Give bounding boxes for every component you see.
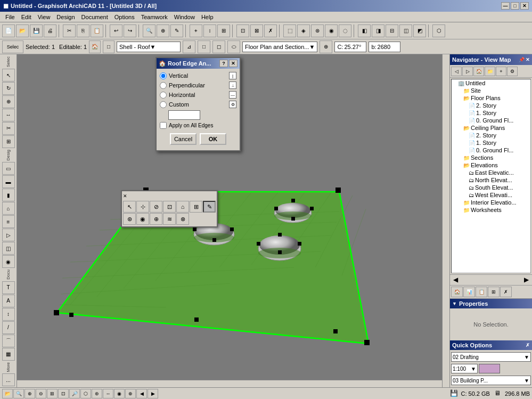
tree-sections[interactable]: 📁 Sections [452,154,530,161]
tool18[interactable]: ◩ [413,25,426,37]
tree-elevations[interactable]: 📂 Elevations [452,161,530,169]
status-btn13[interactable]: ◀ [136,389,147,398]
select-mode-btn[interactable]: Selec [2,40,23,53]
nav-icon-3[interactable]: 📋 [476,287,487,297]
maximize-button[interactable]: □ [511,2,519,10]
tree-ceil-ground[interactable]: 📄 0. Ground Fl... [452,146,530,154]
float-btn-11[interactable]: ≋ [163,213,176,225]
canvas-area[interactable]: 🏠 Roof Edge An... ? ✕ Vertical | Perpend… [17,54,449,387]
tree-site[interactable]: 📁 Site [452,87,530,94]
element-btn5[interactable]: ⬭ [227,40,240,53]
tool4[interactable]: ↕ [203,25,216,37]
status-btn14[interactable]: ▶ [148,389,158,398]
menu-teamwork[interactable]: Teamwork [138,13,171,21]
nav-folder-btn[interactable]: 📁 [485,67,495,76]
menu-edit[interactable]: Edit [18,13,35,21]
nav-icon-4[interactable]: ⊞ [488,287,500,297]
float-btn-7-active[interactable]: ✎ [203,201,216,213]
nav-home-btn[interactable]: 🏠 [473,67,484,76]
radio-perpendicular[interactable] [160,82,167,89]
radio-vertical[interactable] [160,72,167,79]
tree-elev-south[interactable]: 🗂 South Elevat... [452,184,530,191]
navigator-close-btn[interactable]: ✕ [526,57,530,62]
status-btn3[interactable]: ⊕ [24,389,35,398]
menu-document[interactable]: Document [78,13,111,21]
menu-help[interactable]: Help [198,13,217,21]
tool7[interactable]: ⊠ [250,25,263,37]
status-btn5[interactable]: ⊞ [47,389,58,398]
tree-floor-1story[interactable]: 📄 1. Story [452,109,530,117]
stair-tool[interactable]: ≡ [2,215,15,228]
label-tool[interactable]: A [2,295,15,307]
fill-tool[interactable]: ▦ [2,348,15,361]
status-btn12[interactable]: ⊕ [125,389,136,398]
tool6[interactable]: ⊡ [236,25,249,37]
redo-btn[interactable]: ↪ [124,25,136,37]
tree-floor-ground[interactable]: 📄 0. Ground Fl... [452,117,530,124]
angle-input[interactable]: 90.00° [168,110,200,120]
nav-icon-1[interactable]: 🏠 [451,287,463,297]
door-tool[interactable]: ▷ [2,229,15,241]
status-btn2[interactable]: 🔍 [13,389,24,398]
dialog-help-btn[interactable]: ? [219,60,228,67]
object-tool[interactable]: ◉ [2,255,15,268]
menu-view[interactable]: View [35,13,54,21]
nav-back-btn[interactable]: ◁ [451,67,462,76]
quick-options-pin[interactable]: ✗ [526,343,530,348]
rotate-tool[interactable]: ↻ [2,82,15,95]
line-tool[interactable]: / [2,321,15,334]
float-btn-5[interactable]: ⌂ [176,201,189,213]
slab-tool[interactable]: ▬ [2,175,15,188]
float-btn-12[interactable]: ⊗ [176,213,189,225]
vertical-scrollbar[interactable] [442,54,449,387]
properties-header[interactable]: ▼ Properties [450,299,532,308]
status-btn1[interactable]: 📂 [2,389,13,398]
tool15[interactable]: ◨ [372,25,384,37]
tree-elev-west[interactable]: 🗂 West Elevati... [452,191,530,199]
trim-tool[interactable]: ✂ [2,122,15,135]
open-btn[interactable]: 📂 [16,25,29,37]
float-btn-4[interactable]: ⊡ [163,201,176,213]
float-toolbar-close[interactable]: ✕ [123,193,127,199]
radio-custom[interactable] [160,101,167,108]
nav-right-arrow[interactable]: ▶ [522,276,531,284]
status-btn11[interactable]: ◉ [114,389,125,398]
float-btn-6[interactable]: ⊞ [190,201,202,213]
nav-settings-btn[interactable]: ⚙ [507,67,518,76]
tool11[interactable]: ⊛ [311,25,324,37]
float-btn-10[interactable]: ⊕ [150,213,162,225]
tool9[interactable]: ⬚ [283,25,296,37]
menu-design[interactable]: Design [53,13,78,21]
nav-fwd-btn[interactable]: ▷ [462,67,473,76]
tree-elev-north[interactable]: 🗂 North Elevat... [452,176,530,184]
tool12[interactable]: ◉ [325,25,338,37]
wall-tool[interactable]: ▭ [2,162,15,175]
float-btn-3[interactable]: ⊘ [150,201,162,213]
tool19[interactable]: ⬡ [432,25,445,37]
float-btn-2[interactable]: ⊹ [136,201,149,213]
tool1[interactable]: ⊕ [157,25,169,37]
status-btn7[interactable]: 🔎 [69,389,80,398]
nav-icon-2[interactable]: 📊 [463,287,475,297]
building-dropdown[interactable]: 03 Building P... ▼ [451,376,531,385]
menu-window[interactable]: Window [171,13,198,21]
more-btn[interactable]: ... [2,373,15,386]
tree-floor-2story[interactable]: 📄 2. Story [452,102,530,109]
stretch-tool[interactable]: ↔ [2,109,15,121]
copy-btn[interactable]: ⎘ [77,25,89,37]
dim-tool[interactable]: ↕ [2,308,15,321]
tool13[interactable]: ◌ [339,25,351,37]
status-btn8[interactable]: ⬡ [80,389,91,398]
save-btn[interactable]: 💾 [30,25,43,37]
roof-tool[interactable]: ⌂ [2,202,15,215]
new-btn[interactable]: 📄 [2,25,15,37]
text-tool[interactable]: T [2,281,15,294]
horizontal-scrollbar[interactable] [17,380,442,387]
menu-file[interactable]: File [2,13,18,21]
transform-tool[interactable]: ⊕ [2,95,15,108]
arrow-tool[interactable]: ↖ [2,69,15,82]
float-btn-1[interactable]: ↖ [123,201,136,213]
element-btn4[interactable]: ◻ [212,40,225,53]
roof-edge-title-bar[interactable]: 🏠 Roof Edge An... ? ✕ [157,58,240,69]
tree-floor-plans[interactable]: 📂 Floor Plans [452,94,530,102]
